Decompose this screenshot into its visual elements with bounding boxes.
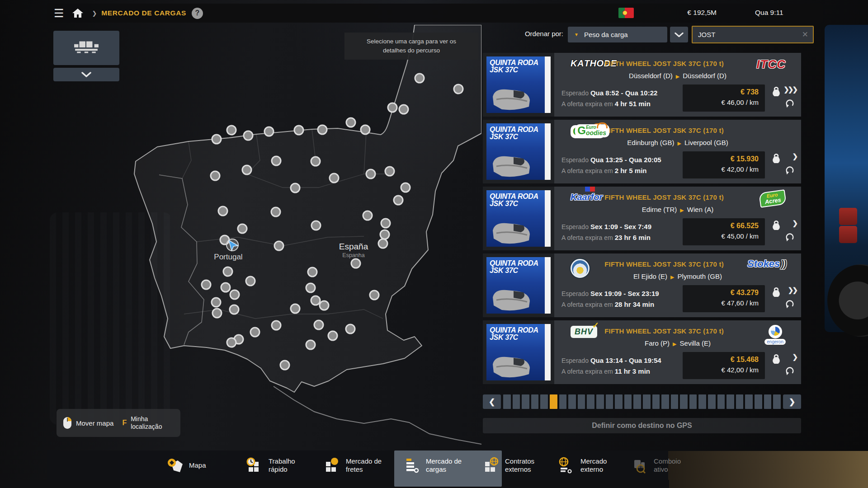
page-tick[interactable] [764,394,772,409]
city-marker[interactable] [370,291,379,300]
city-marker[interactable] [328,331,337,340]
city-marker[interactable] [230,305,239,314]
search-input[interactable] [693,31,797,38]
city-marker[interactable] [244,131,253,140]
page-tick[interactable] [698,394,706,409]
city-marker[interactable] [346,324,355,333]
sort-dropdown[interactable]: ▼ Peso da carga [568,27,667,42]
city-marker[interactable] [385,167,394,176]
page-tick[interactable] [680,394,688,409]
page-tick[interactable] [671,394,679,409]
city-marker[interactable] [361,125,370,134]
set-gps-destination-button[interactable]: Definir como destino no GPS [483,418,801,433]
page-tick[interactable] [559,394,567,409]
city-marker[interactable] [264,127,274,136]
city-marker[interactable] [320,301,329,310]
city-marker[interactable] [238,224,247,233]
city-marker[interactable] [227,338,236,347]
page-next-button[interactable]: ❯ [783,394,801,409]
city-marker[interactable] [363,211,372,220]
city-marker[interactable] [212,298,221,307]
page-tick[interactable] [624,394,632,409]
page-tick[interactable] [513,394,520,409]
city-marker[interactable] [272,156,281,165]
tab-comboio-ativo[interactable]: Comboio ativo [631,456,681,474]
city-marker[interactable] [351,259,360,268]
city-marker[interactable] [306,340,315,349]
city-marker[interactable] [401,183,410,192]
city-marker[interactable] [311,221,321,230]
page-tick[interactable] [773,394,781,409]
city-marker[interactable] [246,277,255,286]
city-marker[interactable] [311,157,320,166]
tab-trabalho-rapido[interactable]: Trabalho rápido [245,456,295,474]
page-tick[interactable] [726,394,734,409]
page-tick[interactable] [708,394,716,409]
page-tick[interactable] [736,394,744,409]
city-marker[interactable] [388,103,397,112]
city-marker[interactable] [394,196,403,205]
page-tick[interactable] [531,394,539,409]
search-clear-icon[interactable]: ✕ [797,30,813,39]
city-marker[interactable] [294,126,303,135]
page-tick[interactable] [522,394,529,409]
map-cargo-layer-button[interactable] [53,31,119,65]
city-marker[interactable] [271,207,280,216]
page-tick[interactable] [745,394,753,409]
page-tick[interactable] [578,394,585,409]
page-tick[interactable] [717,394,725,409]
city-marker[interactable] [223,267,232,276]
tab-mercado-externo[interactable]: Mercado externo [557,456,607,474]
page-tick[interactable] [596,394,604,409]
iberia-map[interactable]: Portugal España Espanha [47,25,481,447]
cargo-offer-row[interactable]: QUINTA RODAJSK 37C Kaarfor FIFTH WHEEL J… [483,187,801,250]
page-tick[interactable] [568,394,576,409]
city-marker[interactable] [218,206,227,216]
sort-expand-button[interactable] [670,27,688,42]
city-marker[interactable] [366,169,375,178]
city-marker[interactable] [311,296,320,305]
page-prev-button[interactable]: ❮ [483,394,501,409]
city-marker[interactable] [308,267,317,277]
page-tick[interactable] [689,394,697,409]
city-marker[interactable] [280,361,289,370]
city-marker[interactable] [381,219,390,228]
page-tick-active[interactable] [550,394,557,409]
city-marker[interactable] [380,230,389,239]
city-marker[interactable] [250,328,259,337]
city-marker[interactable] [272,321,281,330]
city-marker[interactable] [415,74,424,83]
cargo-offer-row[interactable]: QUINTA RODAJSK 37C KATHODE FIFTH WHEEL J… [483,53,801,117]
city-marker[interactable] [318,125,327,134]
tab-contratos-externos[interactable]: Contratos externos [482,456,534,474]
menu-icon[interactable]: ☰ [54,8,64,19]
city-marker[interactable] [291,304,300,313]
city-marker[interactable] [230,290,239,299]
city-marker[interactable] [330,174,339,183]
city-marker[interactable] [211,171,220,180]
city-marker[interactable] [242,165,251,174]
tab-mercado-de-fretes[interactable]: Mercado de fretes [323,456,382,474]
page-tick[interactable] [633,394,641,409]
city-marker[interactable] [306,283,315,292]
city-marker[interactable] [291,183,300,192]
help-icon[interactable]: ? [192,8,203,19]
page-tick[interactable] [652,394,660,409]
city-marker[interactable] [274,241,283,250]
page-tick[interactable] [587,394,594,409]
city-marker[interactable] [202,280,211,289]
city-marker[interactable] [454,84,463,94]
city-marker[interactable] [378,239,387,248]
cargo-offer-row[interactable]: QUINTA RODAJSK 37C GEurooodies FIFTH WHE… [483,120,801,183]
page-tick[interactable] [615,394,623,409]
tab-mapa[interactable]: Mapa [166,456,206,474]
page-tick[interactable] [755,394,762,409]
city-marker[interactable] [227,126,236,135]
home-icon[interactable] [72,8,84,19]
page-tick[interactable] [661,394,669,409]
page-tick[interactable] [643,394,651,409]
cargo-offer-row[interactable]: QUINTA RODAJSK 37C BHV FIFTH WHEEL JOST … [483,320,801,384]
city-marker[interactable] [346,118,355,127]
city-marker[interactable] [314,320,323,329]
city-marker[interactable] [212,309,222,318]
